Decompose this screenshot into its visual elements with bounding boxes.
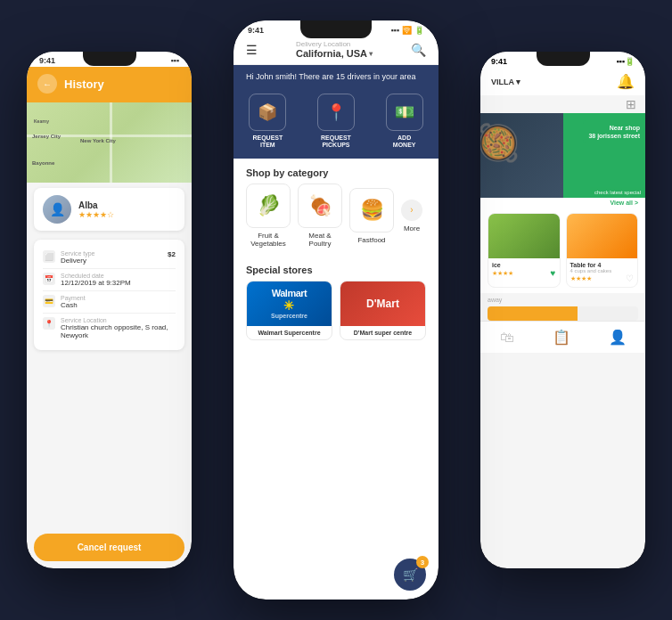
map-label-bayonne: Bayonne (32, 160, 54, 166)
map-background: Kearny Jersey City New York City Bayonne (27, 102, 192, 183)
phone-center: 9:41 ▪▪▪ 🛜 🔋 ☰ Delivery Location Califor… (234, 20, 438, 600)
back-icon: ← (43, 79, 52, 89)
map-label-kearny: Kearny (34, 118, 49, 124)
right-location: VILLA ▾ (491, 78, 520, 86)
check-latest-label: check latest special (590, 187, 645, 198)
food-card-1-info: ice ★★★★ ♥ (488, 258, 560, 281)
top-food-area: Near shop 38 jorissen street check lates… (480, 113, 645, 198)
dropdown-arrow[interactable]: ▾ (369, 50, 373, 58)
fruit-icon: 🥬 (246, 184, 291, 228)
payment-row: 💳 Payment Cash (43, 291, 176, 314)
center-header: ☰ Delivery Location California, USA ▾ 🔍 (234, 37, 438, 65)
add-money-action[interactable]: 💵 ADD MONEY (386, 94, 423, 150)
back-button[interactable]: ← (37, 74, 57, 94)
stores-row: Walmart ✳ Supercentre Walmart Supercentr… (234, 281, 438, 347)
request-item-label: REQUEST ITEM (252, 135, 283, 150)
scheduled-date-row: 📅 Scheduled date 12/12/2019 at 9:32PM (43, 269, 176, 291)
phones-container: 9:41 ▪▪▪ ← History Kearny Jersey City Ne… (0, 0, 672, 620)
food-image-left (480, 113, 563, 198)
distance-bar (488, 306, 638, 321)
payment-icon: 💳 (43, 295, 55, 307)
battery-icon: 🔋 (414, 26, 424, 35)
food-card-2-name: Table for 4 (570, 262, 635, 268)
map-label-nyc: New York City (80, 138, 116, 143)
walmart-sub: Supercentre (271, 313, 307, 319)
date-label: Scheduled date (61, 273, 131, 279)
request-item-action[interactable]: 📦 REQUEST ITEM (249, 94, 286, 150)
location-label: Service Location (61, 317, 176, 323)
request-pickups-action[interactable]: 📍 REQUEST PICKUPS (317, 94, 355, 150)
dmart-name: D'Mart super centre (340, 326, 425, 339)
food-card-1-heart[interactable]: ♥ (551, 268, 556, 278)
walmart-text: Walmart (271, 288, 307, 298)
promo-banner: Hi John smith! There are 15 drivers in y… (234, 65, 438, 88)
location-text: California, USA (296, 48, 367, 59)
time-left: 9:41 (39, 56, 55, 65)
left-header: ← History (27, 67, 192, 102)
screen-right: 9:41 ▪▪▪🔋 VILLA ▾ 🔔 ⊞ Near shop (480, 52, 645, 568)
request-item-icon: 📦 (249, 94, 286, 131)
near-shop-badge: Near shop 38 jorissen street (583, 120, 645, 143)
nav-shop-icon[interactable]: 🛍 (500, 330, 514, 346)
category-more[interactable]: › More (401, 200, 422, 233)
food-card-1-footer: ★★★★ ♥ (492, 268, 556, 278)
quick-actions: 📦 REQUEST ITEM 📍 REQUEST PICKUPS 💵 ADD M… (234, 88, 438, 159)
payment-value: Cash (61, 301, 86, 309)
bottom-nav-right: 🛍 📋 👤 (480, 321, 645, 353)
more-arrow-icon: › (401, 200, 422, 221)
fab-container: 🛒 3 (234, 555, 438, 600)
filter-icon[interactable]: ⊞ (626, 97, 636, 111)
view-all-row: View all > (480, 198, 645, 208)
notch-left (83, 52, 136, 66)
add-money-icon: 💵 (386, 94, 423, 131)
profile-stars: ★★★★☆ (78, 210, 114, 219)
category-fastfood[interactable]: 🍔 Fastfood (349, 188, 394, 245)
more-label: More (404, 224, 420, 233)
dmart-card[interactable]: D'Mart D'Mart super centre (340, 281, 426, 340)
cart-badge: 3 (416, 556, 429, 568)
fastfood-icon: 🍔 (349, 188, 394, 232)
walmart-name: Walmart Supercentre (247, 326, 332, 339)
food-card-2-image (567, 214, 638, 258)
service-icon: ⬜ (43, 250, 55, 263)
near-shop-address: 38 jorissen street (588, 132, 640, 140)
near-shop-card[interactable]: Near shop 38 jorissen street check lates… (563, 113, 646, 198)
near-shop-label: Near shop (588, 124, 640, 132)
info-section: ⬜ Service type Delivery $2 📅 Scheduled d… (34, 240, 184, 350)
signal-icon: ▪▪▪ (390, 26, 399, 35)
nav-profile-icon[interactable]: 👤 (609, 329, 627, 346)
category-fruit[interactable]: 🥬 Fruit &Vegetables (246, 184, 291, 249)
cancel-button[interactable]: Cancel request (34, 534, 184, 561)
nav-list-icon[interactable]: 📋 (553, 329, 570, 346)
food-card-1-image (488, 214, 560, 258)
location-icon: 📍 (43, 317, 55, 330)
menu-icon[interactable]: ☰ (246, 43, 258, 57)
location-content: Service Location Christian church opposi… (61, 317, 176, 339)
request-pickups-icon: 📍 (317, 94, 355, 131)
food-card-2-footer: ★★★★ ♡ (570, 273, 635, 283)
view-all-link[interactable]: View all > (610, 200, 638, 206)
bell-icon: 🔔 (617, 73, 635, 90)
profile-name: Alba (78, 200, 114, 210)
food-card-2-heart[interactable]: ♡ (626, 273, 634, 283)
shop-category-title: Shop by category (234, 159, 438, 184)
phone-left: 9:41 ▪▪▪ ← History Kearny Jersey City Ne… (27, 52, 192, 568)
special-stores-title: Special stores (234, 256, 438, 281)
meat-label: Meat &Poultry (308, 232, 331, 249)
food-card-2-info: Table for 4 4 cups and cakes ★★★★ ♡ (567, 258, 638, 287)
price-badge: $2 (168, 250, 176, 258)
categories-row: 🥬 Fruit &Vegetables 🍖 Meat &Poultry 🍔 Fa… (234, 184, 438, 256)
search-button[interactable]: 🔍 (411, 43, 426, 57)
right-dropdown-icon: ▾ (516, 78, 520, 86)
cart-fab-button[interactable]: 🛒 3 (394, 559, 426, 591)
food-card-1[interactable]: ice ★★★★ ♥ (488, 213, 561, 288)
food-card-2[interactable]: Table for 4 4 cups and cakes ★★★★ ♡ (566, 213, 639, 288)
away-label: away (480, 293, 645, 306)
add-money-label: ADD MONEY (393, 135, 416, 150)
category-meat[interactable]: 🍖 Meat &Poultry (298, 184, 342, 249)
phone-right: 9:41 ▪▪▪🔋 VILLA ▾ 🔔 ⊞ Near shop (480, 52, 645, 568)
cancel-label: Cancel request (78, 542, 142, 552)
food-cards-row: ice ★★★★ ♥ Table for 4 4 cups and cakes … (480, 208, 645, 293)
profile-card: 👤 Alba ★★★★☆ (34, 188, 184, 231)
walmart-card[interactable]: Walmart ✳ Supercentre Walmart Supercentr… (246, 281, 332, 340)
